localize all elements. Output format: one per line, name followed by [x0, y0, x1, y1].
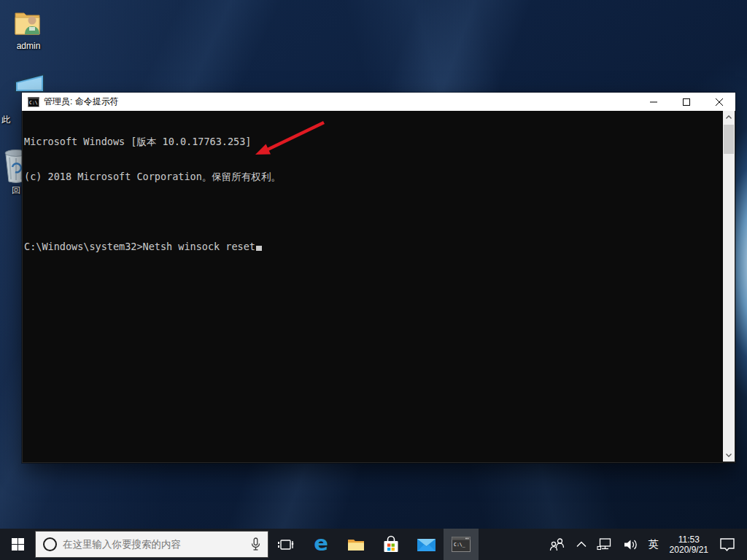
- scrollbar-thumb[interactable]: [724, 125, 734, 154]
- edge-icon: e: [314, 533, 328, 554]
- windows-logo-icon: [12, 538, 24, 551]
- task-view-button[interactable]: [268, 529, 303, 560]
- ime-label: 英: [649, 538, 659, 551]
- mail-button[interactable]: [409, 529, 444, 560]
- minimize-button[interactable]: [637, 93, 670, 111]
- close-icon: [716, 98, 723, 106]
- action-center-button[interactable]: [714, 529, 740, 560]
- tray-date: 2020/9/21: [670, 545, 708, 555]
- search-input[interactable]: [63, 539, 245, 550]
- this-pc-label-fragment: 此: [1, 114, 10, 126]
- file-explorer-icon: [347, 536, 365, 553]
- user-folder-icon: [12, 9, 44, 38]
- console-line: [24, 206, 721, 217]
- hidden-icons-button[interactable]: [571, 529, 592, 560]
- file-explorer-button[interactable]: [338, 529, 374, 560]
- cmd-taskbar-icon: C:\_: [452, 537, 471, 552]
- prompt-command-text: C:\Windows\system32>Netsh winsock reset: [24, 241, 255, 252]
- window-title: 管理员: 命令提示符: [44, 96, 637, 108]
- store-button[interactable]: [374, 529, 409, 560]
- console-prompt-line: C:\Windows\system32>Netsh winsock reset_: [24, 241, 721, 252]
- scroll-down-arrow[interactable]: [723, 449, 735, 462]
- taskbar-search-box[interactable]: [35, 531, 268, 558]
- tray-time: 11:53: [670, 534, 708, 545]
- people-icon: [549, 537, 566, 552]
- svg-text:C:\: C:\: [29, 100, 38, 106]
- console-line: Microsoft Windows [版本 10.0.17763.253]: [24, 136, 721, 147]
- store-icon: [382, 535, 400, 554]
- ime-indicator[interactable]: 英: [643, 529, 664, 560]
- console-output: Microsoft Windows [版本 10.0.17763.253] (c…: [24, 112, 721, 276]
- maximize-icon: [683, 98, 690, 106]
- console-scrollbar[interactable]: [723, 111, 735, 462]
- scroll-up-arrow[interactable]: [723, 111, 735, 123]
- svg-text:C:\_: C:\_: [454, 542, 465, 548]
- volume-button[interactable]: [618, 529, 643, 560]
- cmd-taskbar-button[interactable]: C:\_: [444, 529, 479, 560]
- edge-button[interactable]: e: [303, 529, 338, 560]
- network-icon: [597, 538, 613, 551]
- this-pc-icon: [15, 72, 45, 93]
- minimize-icon: [650, 98, 657, 106]
- task-view-icon: [277, 536, 295, 553]
- desktop-icon-label: admin: [0, 41, 57, 51]
- mail-icon: [417, 537, 436, 553]
- cmd-app-icon: C:\: [28, 97, 39, 107]
- system-tray: 英 11:53 2020/9/21: [543, 529, 747, 560]
- close-button[interactable]: [703, 93, 735, 111]
- console-line: (c) 2018 Microsoft Corporation。保留所有权利。: [24, 171, 721, 182]
- desktop-wallpaper: admin 此 回 C:\ 管理员: 命令提示符: [0, 0, 747, 560]
- chevron-up-icon: [576, 541, 587, 548]
- recycle-bin-label-fragment: 回: [12, 184, 20, 197]
- cmd-titlebar[interactable]: C:\ 管理员: 命令提示符: [22, 93, 735, 111]
- network-button[interactable]: [592, 529, 618, 560]
- volume-icon: [623, 538, 638, 551]
- console-cursor: _: [256, 246, 262, 251]
- clock[interactable]: 11:53 2020/9/21: [664, 529, 714, 560]
- console-area[interactable]: Microsoft Windows [版本 10.0.17763.253] (c…: [22, 111, 735, 463]
- microphone-icon[interactable]: [251, 537, 260, 552]
- cmd-window: C:\ 管理员: 命令提示符 Microsoft Windows [版本 10.…: [22, 93, 735, 463]
- action-center-icon: [719, 537, 735, 552]
- maximize-button[interactable]: [670, 93, 703, 111]
- taskbar: e: [0, 529, 747, 560]
- people-button[interactable]: [543, 529, 571, 560]
- start-button[interactable]: [0, 529, 35, 560]
- desktop-icon-admin[interactable]: admin: [0, 9, 57, 51]
- cortana-icon: [43, 537, 57, 551]
